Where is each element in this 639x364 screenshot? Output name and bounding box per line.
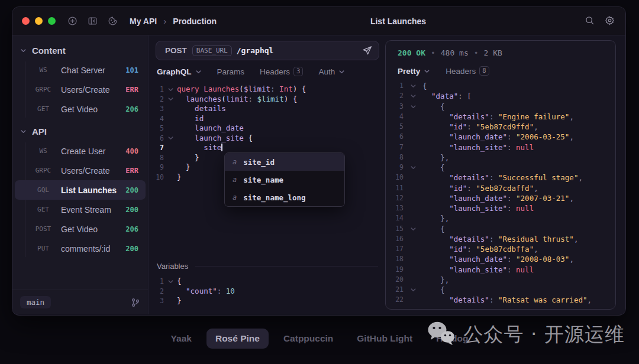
code-text: "id": "5eb87cdaffd", (422, 183, 615, 193)
autocomplete-item-site-id[interactable]: asite_id (225, 153, 344, 171)
toggle-sidebar-icon[interactable] (88, 16, 98, 26)
theme-item-github-light[interactable]: GitHub Light (348, 329, 421, 349)
request-name: Get Video (61, 105, 125, 114)
status-badge: 400 (125, 147, 138, 155)
line-number: 12 (386, 193, 404, 203)
response-time: 480 ms (441, 48, 469, 57)
fold-chevron-icon[interactable] (164, 277, 177, 287)
sidebar-item-users-create[interactable]: GRPCUsers/CreateERR (15, 80, 146, 99)
fold-gutter (404, 122, 422, 132)
tab-label: Pretty (398, 67, 420, 76)
search-icon[interactable] (585, 15, 595, 28)
close-window-button[interactable] (22, 17, 30, 25)
sidebar-item-comments-id[interactable]: PUTcomments/:id200 (15, 239, 146, 258)
sidebar-item-list: WSChat Server101GRPCUsers/CreateERRGETGe… (12, 59, 148, 122)
variables-editor[interactable]: 1{2 "count": 103} (149, 277, 385, 306)
fold-gutter (164, 124, 177, 134)
sidebar-item-chat-server[interactable]: WSChat Server101 (15, 60, 146, 80)
tab-headers[interactable]: Headers8 (446, 66, 489, 76)
send-request-button[interactable] (362, 45, 373, 56)
tab-graphql[interactable]: GraphQL (157, 67, 202, 76)
add-icon[interactable] (67, 16, 78, 26)
line-number: 14 (386, 213, 404, 223)
code-text: launches(limit: $limit) { (177, 95, 385, 105)
sidebar-item-create-user[interactable]: WSCreate User400 (15, 141, 146, 161)
fold-chevron-icon[interactable] (404, 102, 422, 112)
gear-icon[interactable] (605, 15, 615, 28)
fold-chevron-icon[interactable] (404, 81, 422, 91)
url-bar[interactable]: POST BASE_URL /graphql (156, 41, 379, 60)
code-text: "details": "Ratsat was carried", (422, 295, 615, 305)
sidebar-item-get-video[interactable]: POSTGet Video206 (15, 219, 146, 239)
sidebar-section: ContentWSChat Server101GRPCUsers/CreateE… (12, 41, 148, 122)
theme-item-ros-pine[interactable]: Rosé Pine (206, 329, 269, 349)
fold-chevron-icon[interactable] (404, 162, 422, 173)
code-text: { (422, 81, 615, 91)
git-branch-icon[interactable] (131, 298, 140, 307)
code-text: "launch_site": null (422, 265, 615, 275)
cookie-icon[interactable] (108, 16, 118, 26)
fold-chevron-icon[interactable] (164, 84, 177, 95)
code-text: { (422, 162, 615, 173)
sidebar-section-header-content[interactable]: Content (12, 41, 148, 59)
theme-item-yaak[interactable]: Yaak (162, 329, 201, 349)
chevron-down-icon (20, 128, 27, 135)
code-text: "details": "Engine failure", (422, 112, 615, 122)
sidebar-section: APIWSCreate User400GRPCUsers/CreateERRGQ… (12, 122, 148, 262)
tab-count-badge: 3 (293, 67, 303, 76)
git-branch-selector[interactable]: main (20, 296, 51, 308)
minimize-window-button[interactable] (35, 17, 43, 25)
titlebar-actions (585, 7, 615, 35)
line-number: 7 (386, 142, 404, 152)
code-text: "launch_site": null (422, 203, 615, 213)
zoom-window-button[interactable] (48, 17, 56, 25)
sidebar-section-header-api[interactable]: API (12, 122, 148, 140)
response-body-viewer[interactable]: 1{2 "data": [3 {4 "details": "Engine fai… (386, 81, 615, 306)
tab-label: Headers (446, 67, 476, 76)
code-line: 5 "id": "5eb87cd9ffd", (386, 122, 615, 132)
fold-chevron-icon[interactable] (164, 134, 177, 144)
sidebar: ContentWSChat Server101GRPCUsers/CreateE… (12, 35, 149, 314)
tab-pretty[interactable]: Pretty (398, 67, 430, 76)
fold-gutter (164, 162, 177, 173)
code-text: launch_date (177, 124, 385, 134)
line-number: 20 (386, 275, 404, 285)
fold-chevron-icon[interactable] (404, 224, 422, 234)
code-text: "id": "5eb87cdbffa", (422, 244, 615, 254)
titlebar: My API › Production List Launches (12, 7, 625, 35)
sidebar-section-label: Content (32, 46, 66, 56)
workspace-button[interactable]: My API (130, 17, 157, 26)
breadcrumb-separator: › (163, 16, 166, 26)
sidebar-item-users-create[interactable]: GRPCUsers/CreateERR (15, 161, 146, 180)
code-text: launch_site { (177, 134, 385, 144)
tab-params[interactable]: Params (217, 67, 245, 76)
chevron-down-icon (424, 68, 430, 74)
base-url-variable-chip[interactable]: BASE_URL (192, 46, 232, 56)
tab-label: Params (217, 67, 245, 76)
code-line: 20 }, (386, 275, 615, 285)
environment-button[interactable]: Production (173, 17, 217, 26)
tab-auth[interactable]: Auth (318, 67, 345, 76)
fold-chevron-icon[interactable] (164, 95, 177, 105)
fold-gutter (404, 275, 422, 285)
tab-headers[interactable]: Headers3 (260, 67, 303, 76)
code-text: { (422, 102, 615, 112)
sidebar-item-list-launches[interactable]: GQLList Launches200 (15, 180, 146, 200)
status-badge: 200 (125, 186, 138, 194)
request-method-label: GRPC (29, 86, 57, 93)
sidebar-item-event-stream[interactable]: GETEvent Stream200 (15, 200, 146, 219)
autocomplete-item-site-name-long[interactable]: asite_name_long (225, 188, 344, 206)
sidebar-sections: ContentWSChat Server101GRPCUsers/CreateE… (12, 35, 148, 290)
code-line: 12 "launch_date": "2007-03-21", (386, 193, 615, 203)
theme-item-catppuccin[interactable]: Catppuccin (275, 329, 342, 349)
fold-chevron-icon[interactable] (404, 91, 422, 101)
fold-chevron-icon[interactable] (404, 285, 422, 295)
code-line: 3 { (386, 102, 615, 112)
autocomplete-item-site-name[interactable]: asite_name (225, 171, 344, 188)
request-name: Get Video (61, 225, 125, 234)
code-text: id (177, 114, 385, 124)
line-number: 8 (386, 152, 404, 162)
request-name: Users/Create (61, 166, 125, 176)
sidebar-item-get-video[interactable]: GETGet Video206 (15, 99, 146, 119)
status-badge: 200 (125, 206, 138, 214)
